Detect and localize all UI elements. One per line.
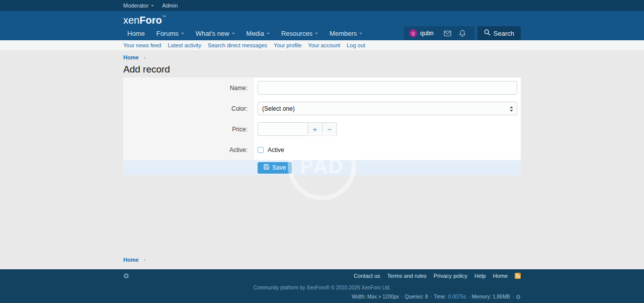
footer-contact-us[interactable]: Contact us (354, 273, 380, 279)
chevron-down-icon (315, 33, 318, 36)
username: qubn (420, 30, 434, 37)
user-menu[interactable]: Q qubn (404, 26, 474, 40)
chevron-down-icon (151, 5, 154, 8)
name-field-label: Name: (123, 78, 254, 98)
footer-links: Contact us Terms and rules Privacy polic… (354, 273, 521, 279)
alerts-bell-icon[interactable] (455, 30, 469, 37)
moderator-menu-label: Moderator (123, 3, 148, 9)
active-field-label: Active: (123, 139, 254, 160)
nav-item-members[interactable]: Members (326, 26, 366, 40)
nav-label: Media (247, 30, 264, 37)
price-field-label: Price: (123, 119, 254, 139)
debug-time-link[interactable]: 0.0075s (448, 294, 466, 299)
logo-text-foro: Foro (139, 15, 162, 26)
subnav-search-direct-messages[interactable]: Search direct messages (208, 42, 267, 48)
form-row-price: Price: + − (123, 119, 521, 139)
nav-item-resources[interactable]: Resources (277, 26, 322, 40)
active-checkbox[interactable] (258, 147, 264, 153)
form-row-active: Active: Active (123, 139, 521, 160)
footer-home[interactable]: Home (493, 273, 508, 279)
nav-label: Home (127, 30, 145, 37)
style-chooser-gear-icon[interactable] (123, 273, 129, 279)
breadcrumb-bottom: Home › (123, 257, 521, 268)
chevron-down-icon (359, 33, 362, 36)
moderator-bar: Moderator Admin (0, 0, 644, 11)
moderator-menu[interactable]: Moderator (123, 3, 154, 9)
nav-item-whats-new[interactable]: What's new (192, 26, 239, 40)
admin-link[interactable]: Admin (162, 3, 178, 9)
header: xenForo™ Home Forums What's new Media (0, 11, 644, 40)
debug-queries: Queries: 8 (405, 294, 428, 299)
color-select-value: (Select one) (262, 105, 295, 112)
page-title: Add record (123, 64, 521, 78)
main-content: Home › Add record Name: Color: (Select o… (0, 50, 644, 269)
search-button[interactable]: Search (477, 26, 521, 40)
footer-privacy-policy[interactable]: Privacy policy (434, 273, 467, 279)
save-button-label: Save (272, 164, 286, 171)
save-button[interactable]: Save (258, 162, 292, 174)
avatar[interactable]: Q (409, 29, 417, 37)
debug-time-label: Time: (434, 294, 446, 299)
avatar-letter: Q (412, 31, 415, 36)
subnav-your-account[interactable]: Your account (308, 42, 340, 48)
save-floppy-icon (264, 164, 269, 171)
search-icon (484, 29, 491, 37)
nav-item-forums[interactable]: Forums (152, 26, 188, 40)
logo-trademark: ™ (162, 15, 166, 19)
footer-help[interactable]: Help (474, 273, 486, 279)
price-decrement-button[interactable]: − (322, 122, 337, 136)
debug-separator: · (512, 294, 514, 299)
nav-label: What's new (196, 30, 229, 37)
subnav-log-out[interactable]: Log out (347, 42, 365, 48)
form-submit-bar: Save (123, 160, 521, 175)
active-checkbox-label[interactable]: Active (268, 146, 284, 154)
messages-envelope-icon[interactable] (440, 31, 455, 36)
breadcrumb-separator-icon: › (144, 257, 146, 263)
debug-stats: Width: Max > 1200px · Queries: 8 · Time:… (352, 294, 521, 299)
debug-width: Width: Max > 1200px (352, 294, 399, 299)
breadcrumb-home-link[interactable]: Home (123, 257, 139, 263)
form-row-name: Name: (123, 78, 521, 98)
debug-separator: · (430, 294, 432, 299)
footer: Contact us Terms and rules Privacy polic… (0, 269, 644, 303)
chevron-down-icon (267, 33, 270, 36)
copyright-notice: Community platform by XenForo® © 2010-20… (123, 285, 521, 290)
debug-separator: · (401, 294, 403, 299)
breadcrumb-separator-icon: › (144, 54, 146, 60)
nav-label: Resources (281, 30, 312, 37)
debug-memory: Memory: 1.86MB (472, 294, 510, 299)
color-field-label: Color: (123, 98, 254, 119)
logo-text-xen: xen (123, 15, 139, 26)
xenforo-logo[interactable]: xenForo™ (123, 15, 166, 26)
nav-item-home[interactable]: Home (123, 26, 149, 40)
color-select[interactable]: (Select one) (258, 102, 517, 115)
rss-icon[interactable] (515, 273, 521, 279)
visitor-subnav: Your news feed Latest activity Search di… (0, 40, 644, 50)
name-input[interactable] (258, 81, 517, 95)
nav-item-media[interactable]: Media (243, 26, 274, 40)
add-record-form: Name: Color: (Select one) Price: (123, 78, 521, 175)
breadcrumb: Home › (123, 50, 521, 61)
nav-label: Members (330, 30, 357, 37)
chevron-down-icon (232, 33, 235, 36)
debug-separator: · (468, 294, 469, 299)
subnav-your-news-feed[interactable]: Your news feed (123, 42, 161, 48)
chevron-down-icon (181, 33, 184, 36)
select-updown-icon (510, 106, 513, 113)
breadcrumb-home-link[interactable]: Home (123, 54, 139, 60)
nav-label: Forums (156, 30, 179, 37)
subnav-your-profile[interactable]: Your profile (274, 42, 301, 48)
price-increment-button[interactable]: + (307, 122, 323, 136)
search-button-label: Search (494, 30, 514, 37)
price-input[interactable] (258, 122, 308, 136)
footer-terms-and-rules[interactable]: Terms and rules (387, 273, 427, 279)
debug-gear-icon[interactable] (516, 294, 521, 299)
form-row-color: Color: (Select one) (123, 98, 521, 119)
main-nav: Home Forums What's new Media Resources (123, 26, 521, 40)
subnav-latest-activity[interactable]: Latest activity (168, 42, 201, 48)
